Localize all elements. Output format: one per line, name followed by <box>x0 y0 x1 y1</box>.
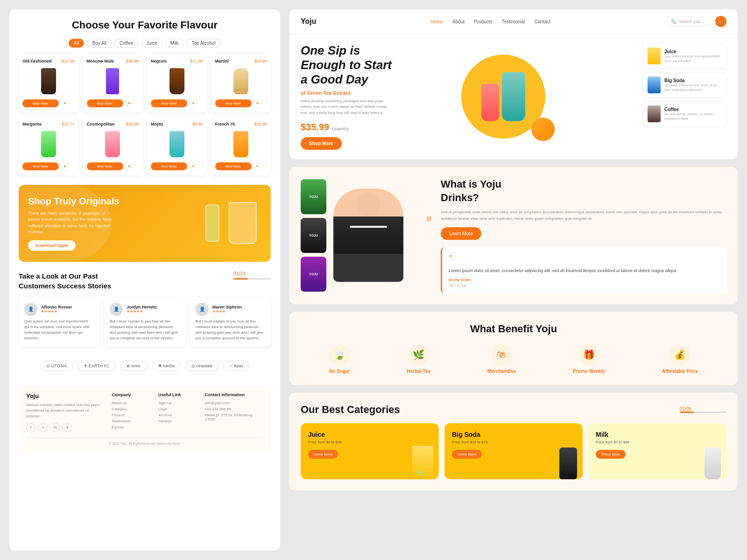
buy-button[interactable]: Buy Now <box>151 162 187 170</box>
review-card-2: 👤 Jordyn Herwitz ★★★★★ But I must explai… <box>104 297 185 347</box>
social-facebook[interactable]: f <box>26 423 35 432</box>
footer-link-favorite[interactable]: Favorite <box>158 419 197 423</box>
drink-cup-green <box>41 131 56 157</box>
hero-subtitle: of Green Tea Extract <box>301 90 642 96</box>
favorite-button[interactable]: ♥ <box>254 162 262 171</box>
glass-shape <box>229 202 257 244</box>
download-button[interactable]: Download Apple <box>28 240 76 251</box>
footer-useful-col: Useful Link Sign Up Login Account Favori… <box>158 392 197 432</box>
footer-link-category[interactable]: Category <box>112 407 151 411</box>
girl-figure <box>333 189 403 282</box>
footer-link-account[interactable]: Account <box>158 413 197 417</box>
benefit-merchandise: 🛍 Merchandise <box>487 344 516 374</box>
buy-button[interactable]: Buy Now <box>215 162 252 170</box>
product-image <box>22 129 75 160</box>
review-stars: ★★★★★ <box>41 309 72 314</box>
hero-left: One Sip isEnough to Starta Good Day of G… <box>301 43 642 150</box>
filter-tab-alcohol[interactable]: Top Alcohol <box>186 39 220 48</box>
buy-button[interactable]: Buy Now <box>22 162 59 170</box>
learn-more-button[interactable]: Learn More <box>441 227 481 240</box>
footer-desc: Various monster have existed over the ye… <box>26 402 104 419</box>
drink-cup-orange <box>233 131 248 157</box>
logo-utosia[interactable]: ⊙ UTOSIA <box>40 361 73 371</box>
search-bar[interactable]: 🔍 Search yoju... <box>665 17 711 26</box>
yoju-right: What is YojuDrinks? Sed ut perspiciatis … <box>441 178 726 293</box>
nav-link-contact[interactable]: Contact <box>535 19 550 24</box>
show-more-button[interactable]: Show More <box>596 450 626 459</box>
nav-link-about[interactable]: About <box>452 19 465 24</box>
footer-link-partner[interactable]: Partner <box>112 425 151 429</box>
product-grid: Old Fashioned $22.99 Buy Now ♥ Moscow Mu… <box>19 54 271 175</box>
search-icon: 🔍 <box>671 19 676 24</box>
card-actions: Buy Now ♥ <box>22 99 75 108</box>
logo-oven[interactable]: ⊕ oven. <box>120 361 148 371</box>
hero-price: $35.99 Quantity <box>301 122 642 133</box>
filter-tab-coffee[interactable]: Coffee <box>114 39 138 48</box>
product-image <box>87 66 139 97</box>
footer-link-aboutus[interactable]: About us <box>112 401 151 405</box>
show-more-button[interactable]: Show More <box>452 450 482 459</box>
logo-nirastate[interactable]: ◎ nirastate <box>185 361 218 371</box>
navbar: Yoju Home About Products Testimonial Con… <box>289 9 738 34</box>
footer-link-signup[interactable]: Sign Up <box>158 401 197 405</box>
social-instagram[interactable]: in <box>50 423 60 432</box>
reviewer-avatar: 👤 <box>24 303 37 316</box>
card-actions: Buy Now ♥ <box>215 99 268 108</box>
logo-kyan[interactable]: ☆ kyan <box>223 361 249 371</box>
nav-link-home[interactable]: Home <box>430 19 443 24</box>
nav-link-products[interactable]: Products <box>474 19 492 24</box>
review-stars: ★★★★★ <box>127 309 157 314</box>
favorite-button[interactable]: ♥ <box>189 162 197 171</box>
cat-card-price: Price from $2 to $20 <box>308 440 431 444</box>
show-more-button[interactable]: Show More <box>308 450 338 459</box>
buy-button[interactable]: Buy Now <box>215 99 252 107</box>
favorite-button[interactable]: ♥ <box>125 99 134 108</box>
favorite-button[interactable]: ♥ <box>61 162 69 171</box>
orange-dot <box>427 217 431 221</box>
hero-price-block: $35.99 Quantity <box>301 122 642 133</box>
buy-button[interactable]: Buy Now <box>151 99 187 107</box>
category-cards: Juice Price from $2 to $20 Show More Big… <box>301 423 726 479</box>
juice-glass-deco <box>412 446 433 479</box>
review-text: But I must explain to you how all this m… <box>110 319 179 341</box>
banner-description: There are many variations of passages of… <box>28 210 112 236</box>
buy-button[interactable]: Buy Now <box>87 99 123 107</box>
reviewer-info: 👤 Alfonso Rosser ★★★★★ <box>24 303 94 316</box>
drink-cup-brown <box>169 68 184 94</box>
footer-contact-col: Contact Information info@yoju.com +01 23… <box>205 392 263 432</box>
social-linkedin[interactable]: li <box>63 423 72 432</box>
footer-link-testimonial[interactable]: Testimonial <box>112 419 151 423</box>
merchandise-icon: 🛍 <box>491 344 512 365</box>
favorite-button[interactable]: ♥ <box>189 99 197 108</box>
favorite-button[interactable]: ♥ <box>125 162 134 171</box>
filter-tab-milk[interactable]: Milk <box>165 39 184 48</box>
cat-card-name: Big Soda <box>452 431 575 438</box>
reviewer-name: Jordyn Herwitz <box>127 305 157 309</box>
footer-contact-phone: +01 234 568 68 <box>205 407 263 411</box>
filter-tab-juice[interactable]: Juice <box>141 39 162 48</box>
yoju-cans: YOJU YOJU YOJU <box>301 179 326 292</box>
buy-button[interactable]: Buy Now <box>87 162 123 170</box>
shop-more-button[interactable]: Shop More <box>301 137 342 150</box>
buy-button[interactable]: Buy Now <box>22 99 59 107</box>
hero-content: One Sip isEnough to Starta Good Day of G… <box>289 34 738 159</box>
footer-link-login[interactable]: Login <box>158 407 197 411</box>
logo-kanba[interactable]: ✤ kanba <box>152 361 181 371</box>
cart-button[interactable]: 🛒 <box>715 16 726 27</box>
product-card-negroni: Negroni $11.99 Buy Now ♥ <box>147 54 207 112</box>
product-card-cosmo: Cosmopolitan $30.99 Buy Now ♥ <box>83 117 143 175</box>
cat-card-price: Price from $12 to $70 <box>452 440 575 444</box>
benefit-no-sugar: 🍃 No Sugar <box>329 344 350 374</box>
favorite-button[interactable]: ♥ <box>61 99 69 108</box>
social-twitter[interactable]: t <box>38 423 48 432</box>
footer-link-product[interactable]: Product <box>112 413 151 417</box>
favorite-button[interactable]: ♥ <box>254 99 262 108</box>
filter-tab-all[interactable]: All <box>69 39 84 48</box>
nav-link-testimonial[interactable]: Testimonial <box>502 19 525 24</box>
benefit-promo-weekly: 🎁 Promo Weekly <box>573 344 605 374</box>
filter-tab-buyall[interactable]: Buy All <box>87 39 112 48</box>
logos-section: ⊙ UTOSIA ✦ EARTH FC ⊕ oven. ✤ kanba ◎ ni… <box>19 356 271 376</box>
logo-earth[interactable]: ✦ EARTH FC <box>78 361 115 371</box>
hero-drink-cards: Juice Quis autem vel eum iure reprehende… <box>642 43 726 150</box>
banner-text: Shop Truly Originals There are many vari… <box>28 196 120 251</box>
